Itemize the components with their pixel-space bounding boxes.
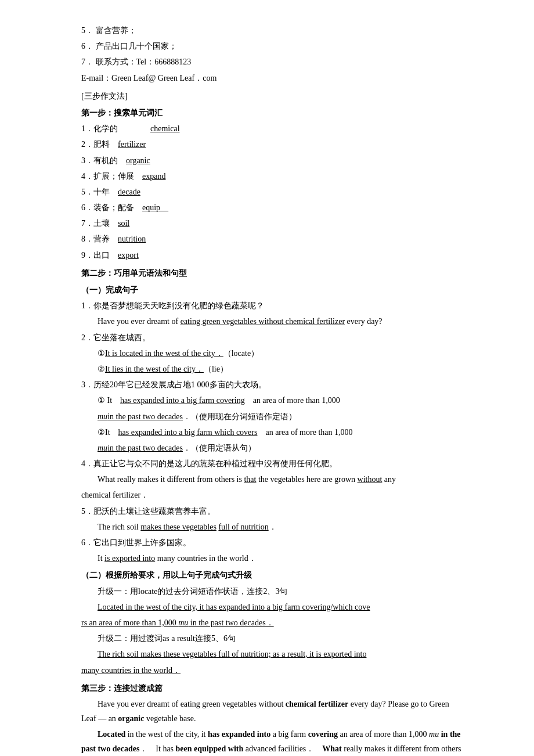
sentence-2-sub2: ②It lies in the west of the city．（lie） — [81, 362, 464, 376]
vocab-item-7: 7．土壤 soil — [81, 216, 464, 231]
sentence-3-sub2-cont: muin the past two decades．（使用定语从句） — [81, 441, 464, 455]
part2-header: （二）根据所给要求，用以上句子完成句式升级 — [81, 568, 464, 582]
final-para1: Have you ever dreamt of eating green veg… — [81, 697, 464, 726]
step1-header: 第一步：搜索单元词汇 — [81, 106, 464, 120]
list-item-6: 6． 产品出口几十个国家； — [81, 39, 464, 53]
sentence-3-sub2: ②It has expanded into a big farm which c… — [81, 425, 464, 440]
upgrade2-label: 升级二：用过渡词as a result连接5、6句 — [81, 631, 464, 646]
vocab-item-1: 1．化学的 chemical — [81, 121, 464, 136]
step2-header: 第二步：巧用单元语法和句型 — [81, 266, 464, 280]
sentence-6-cn: 6．它出口到世界上许多国家。 — [81, 535, 464, 550]
sentence-3-cn: 3．历经20年它已经发展成占地1 000多亩的大农场。 — [81, 377, 464, 392]
sentence-5-en: The rich soil makes these vegetables ful… — [81, 520, 464, 534]
item-num: 7． — [81, 57, 93, 66]
sentence-4-cn: 4．真正让它与众不同的是这儿的蔬菜在种植过程中没有使用任何化肥。 — [81, 456, 464, 471]
upgrade1-text: Located in the west of the city, it has … — [81, 600, 464, 614]
list-item-5: 5． 富含营养； — [81, 23, 464, 38]
sentence-2-cn: 2．它坐落在城西。 — [81, 330, 464, 345]
sentence-1-cn: 1．你是否梦想能天天吃到没有化肥的绿色蔬菜呢？ — [81, 298, 464, 313]
upgrade1-label: 升级一：用locate的过去分词短语作状语，连接2、3句 — [81, 584, 464, 599]
email-line-top: E-mail：Green Leaf@ Green Leaf．com — [81, 71, 464, 85]
vocab-item-3: 3．有机的 organic — [81, 153, 464, 168]
email-text: E-mail：Green Leaf@ Green Leaf．com — [81, 74, 217, 82]
item-num: 6． — [81, 42, 93, 51]
sentence-3-sub1: ① It has expanded into a big farm coveri… — [81, 393, 464, 408]
vocab-item-5: 5．十年 decade — [81, 185, 464, 199]
vocab-item-2: 2．肥料 fertilizer — [81, 137, 464, 152]
bracket-label: [三步作文法] — [81, 89, 464, 103]
step3-header: 第三步：连接过渡成篇 — [81, 681, 464, 696]
page-content: 5． 富含营养； 6． 产品出口几十个国家； 7． 联系方式：Tel：66688… — [81, 23, 464, 756]
sentence-5-cn: 5．肥沃的土壤让这些蔬菜营养丰富。 — [81, 504, 464, 519]
vocab-item-8: 8．营养 nutrition — [81, 232, 464, 246]
sentence-4-en: What really makes it different from othe… — [81, 472, 464, 487]
sentence-4-en-cont: chemical fertilizer． — [81, 488, 464, 502]
upgrade2-text: The rich soil makes these vegetables ful… — [81, 647, 464, 661]
vocab-item-9: 9．出口 export — [81, 248, 464, 262]
upgrade2-text-cont: many countries in the world． — [81, 663, 464, 678]
sentence-3-sub1-cont: muin the past two decades．（使用现在分词短语作定语） — [81, 409, 464, 424]
item-text: 联系方式：Tel：666888123 — [96, 57, 192, 66]
upgrade1-text-cont: rs an area of more than 1,000 mu in the … — [81, 615, 464, 630]
sentence-1-en: Have you ever dreamt of eating green veg… — [81, 314, 464, 329]
list-item-7: 7． 联系方式：Tel：666888123 — [81, 55, 464, 69]
sentence-6-en: It is exported into many countries in th… — [81, 551, 464, 566]
part1-header: （一）完成句子 — [81, 283, 464, 297]
sentence-2-sub1: ①It is located in the west of the city．（… — [81, 346, 464, 361]
vocab-item-4: 4．扩展；伸展 expand — [81, 169, 464, 183]
item-text: 富含营养； — [96, 26, 136, 35]
final-para2: Located in the west of the city, it has … — [81, 727, 464, 756]
item-text: 产品出口几十个国家； — [96, 42, 177, 51]
vocab-item-6: 6．装备；配备 equip — [81, 200, 464, 215]
item-num: 5． — [81, 26, 93, 35]
